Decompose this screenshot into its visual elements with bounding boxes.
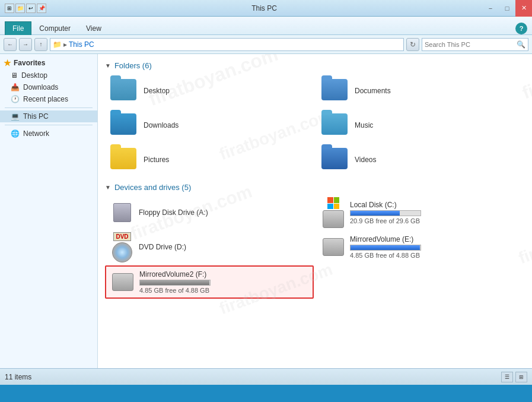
address-path[interactable]: 📁 ▸ This PC <box>50 38 404 51</box>
drives-collapse-icon[interactable]: ▼ <box>105 184 111 191</box>
folders-section-header: ▼ Folders (6) <box>105 61 525 70</box>
sidebar-item-downloads[interactable]: 📥 Downloads <box>0 81 97 93</box>
hdd-shape-e <box>323 238 344 256</box>
path-root[interactable]: This PC <box>69 40 94 49</box>
mirrored-e-bar-fill <box>351 245 420 250</box>
sidebar-desktop-label: Desktop <box>21 71 47 80</box>
dvd-info: DVD Drive (D:) <box>139 243 186 251</box>
dvd-name: DVD Drive (D:) <box>139 243 186 251</box>
local-disk-name: Local Disk (C:) <box>350 201 421 209</box>
local-disk-info: Local Disk (C:) 20.9 GB free of 29.6 GB <box>350 201 421 224</box>
title-bar: ⊞ 📁 ↩ 📌 This PC − □ ✕ <box>0 0 532 17</box>
sidebar-item-this-pc[interactable]: 💻 This PC <box>0 110 97 122</box>
items-count: 11 items <box>5 373 31 381</box>
window-controls: − □ ✕ <box>482 0 532 17</box>
pictures-label: Pictures <box>144 156 169 164</box>
floppy-shape <box>113 203 131 222</box>
mirrored-f-info: MirroredVolume2 (F:) 4.85 GB free of 4.8… <box>139 270 211 294</box>
drive-item-e[interactable]: MirroredVolume (E:) 4.85 GB free of 4.88… <box>316 231 525 263</box>
path-icon: 📁 <box>53 40 62 49</box>
downloads-label: Downloads <box>144 121 179 129</box>
folder-item-videos[interactable]: Videos <box>316 144 525 176</box>
folder-item-documents[interactable]: Documents <box>316 75 525 107</box>
documents-folder-img <box>321 79 350 103</box>
title-bar-icons: ⊞ 📁 ↩ 📌 <box>5 4 46 13</box>
network-icon: 🌐 <box>11 129 20 138</box>
floppy-drive-icon <box>110 202 134 223</box>
folders-collapse-icon[interactable]: ▼ <box>105 62 111 69</box>
desktop-folder-shape <box>110 79 136 100</box>
details-view-button[interactable]: ☰ <box>501 372 513 382</box>
folder-item-music[interactable]: Music <box>316 109 525 141</box>
desktop-folder-icon: 🖥 <box>11 71 18 80</box>
drive-item-floppy[interactable]: Floppy Disk Drive (A:) <box>105 197 314 229</box>
dvd-label-box: DVD <box>113 232 130 241</box>
favorites-header[interactable]: ★ Favorites <box>0 56 97 69</box>
sidebar: ★ Favorites 🖥 Desktop 📥 Downloads 🕐 Rece… <box>0 54 98 368</box>
forward-button[interactable]: → <box>19 38 32 51</box>
content-wrapper: firatboyan.com firatboyan.com firatboyan… <box>98 54 532 368</box>
close-button[interactable]: ✕ <box>515 0 532 17</box>
pin-icon[interactable]: 📌 <box>37 4 46 13</box>
floppy-name: Floppy Disk Drive (A:) <box>139 208 208 217</box>
search-input[interactable] <box>425 41 517 48</box>
this-pc-label: This PC <box>23 112 49 121</box>
tab-file[interactable]: File <box>5 21 31 35</box>
nav-icon[interactable]: ↩ <box>26 4 36 13</box>
desktop-label: Desktop <box>144 87 170 95</box>
sidebar-downloads-label: Downloads <box>23 83 58 91</box>
tab-computer[interactable]: Computer <box>31 21 78 35</box>
refresh-button[interactable]: ↻ <box>406 38 419 51</box>
maximize-button[interactable]: □ <box>499 0 515 17</box>
pc-icon: 💻 <box>11 112 20 121</box>
sidebar-item-recent[interactable]: 🕐 Recent places <box>0 93 97 105</box>
folders-grid: Desktop Documents Downloads <box>105 75 525 176</box>
music-label: Music <box>355 121 373 129</box>
folders-section-title: Folders (6) <box>114 61 152 70</box>
network-section: 🌐 Network <box>0 128 97 140</box>
mirrored-f-bar-fill <box>140 280 209 285</box>
drive-item-dvd[interactable]: DVD DVD Drive (D:) <box>105 231 314 263</box>
mirrored-e-info: MirroredVolume (E:) 4.85 GB free of 4.88… <box>350 235 421 259</box>
local-disk-size: 20.9 GB free of 29.6 GB <box>350 217 421 224</box>
address-bar: ← → ↑ 📁 ▸ This PC ↻ 🔍 <box>0 35 532 54</box>
star-icon: ★ <box>4 58 11 68</box>
tab-view[interactable]: View <box>78 21 109 35</box>
mirrored-e-size: 4.85 GB free of 4.88 GB <box>350 252 421 259</box>
sidebar-item-network[interactable]: 🌐 Network <box>0 128 97 140</box>
view-buttons: ☰ ⊞ <box>501 372 527 382</box>
local-disk-bar-fill <box>351 211 400 216</box>
folder-item-desktop[interactable]: Desktop <box>105 75 314 107</box>
ribbon: File Computer View ? <box>0 17 532 35</box>
mirrored-f-icon <box>111 271 135 293</box>
sidebar-item-desktop[interactable]: 🖥 Desktop <box>0 69 97 81</box>
drive-item-c[interactable]: Local Disk (C:) 20.9 GB free of 29.6 GB <box>316 197 525 229</box>
floppy-info: Floppy Disk Drive (A:) <box>139 208 208 217</box>
search-box[interactable]: 🔍 <box>422 38 528 51</box>
back-button[interactable]: ← <box>4 38 17 51</box>
sidebar-divider-2 <box>5 125 93 125</box>
folder-icon-small[interactable]: 📁 <box>15 4 25 13</box>
this-pc-section: 💻 This PC <box>0 110 97 122</box>
window-title: This PC <box>46 4 482 12</box>
videos-folder-img <box>321 148 350 172</box>
tiles-view-button[interactable]: ⊞ <box>515 372 527 382</box>
up-button[interactable]: ↑ <box>34 38 47 51</box>
folder-item-downloads[interactable]: Downloads <box>105 109 314 141</box>
quick-access-icon[interactable]: ⊞ <box>5 4 14 13</box>
local-disk-icon <box>321 202 345 223</box>
status-bar: 11 items ☰ ⊞ <box>0 368 532 385</box>
mirrored-f-size: 4.85 GB free of 4.88 GB <box>139 287 211 294</box>
drive-item-f[interactable]: MirroredVolume2 (F:) 4.85 GB free of 4.8… <box>105 265 314 299</box>
main-area: ★ Favorites 🖥 Desktop 📥 Downloads 🕐 Rece… <box>0 54 532 368</box>
dvd-drive-icon: DVD <box>110 236 134 258</box>
drives-grid: Floppy Disk Drive (A:) <box>105 197 525 299</box>
minimize-button[interactable]: − <box>482 0 499 17</box>
videos-folder-shape <box>321 148 348 169</box>
hdd-shape-f <box>112 273 133 291</box>
local-disk-bar-bg <box>350 210 421 216</box>
downloads-folder-img <box>110 113 139 137</box>
help-button[interactable]: ? <box>515 23 527 34</box>
documents-label: Documents <box>355 87 391 95</box>
folder-item-pictures[interactable]: Pictures <box>105 144 314 176</box>
